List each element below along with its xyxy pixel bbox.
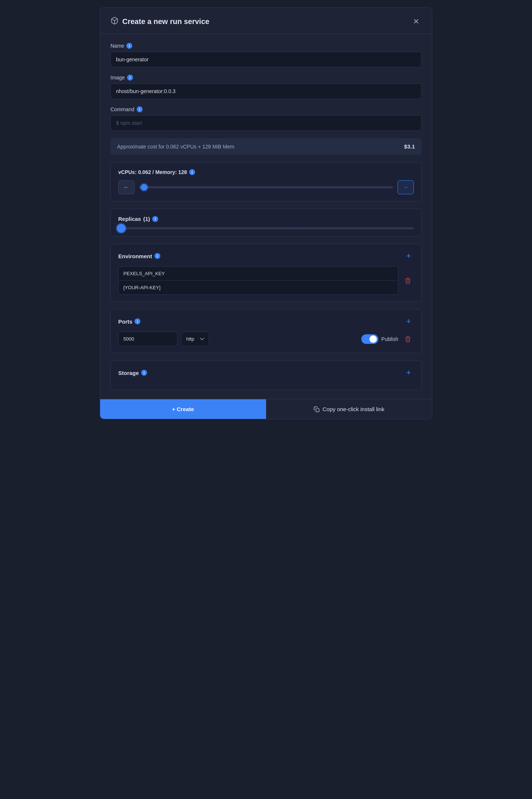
replicas-slider-row (118, 227, 414, 229)
image-field-group: Image i (110, 75, 422, 99)
image-label: Image i (110, 75, 422, 81)
storage-info-icon[interactable]: i (141, 370, 147, 376)
command-field-group: Command i (110, 106, 422, 131)
delete-environment-button[interactable] (402, 266, 414, 295)
env-value-input[interactable] (118, 280, 398, 295)
cost-bar: Approximate cost for 0.062 vCPUs + 128 M… (110, 138, 422, 155)
env-variable-row (118, 266, 414, 295)
publish-toggle-wrapper: Publish (361, 334, 398, 344)
resources-prev-button[interactable]: ← (118, 180, 134, 194)
name-field-group: Name i (110, 43, 422, 67)
copy-link-button[interactable]: Copy one-click install link (266, 399, 432, 419)
publish-label: Publish (381, 336, 398, 342)
replicas-title: Replicas (1) i (118, 216, 158, 222)
image-info-icon[interactable]: i (127, 75, 133, 81)
close-button[interactable]: ✕ (410, 16, 422, 27)
cost-description: Approximate cost for 0.062 vCPUs + 128 M… (117, 144, 234, 150)
add-storage-button[interactable]: + (403, 368, 414, 378)
create-button[interactable]: + Create (100, 399, 266, 419)
environment-info-icon[interactable]: i (154, 253, 160, 259)
environment-title: Environment i (118, 253, 160, 259)
modal-header: Create a new run service ✕ (100, 8, 432, 34)
ports-title: Ports i (118, 318, 140, 325)
name-label: Name i (110, 43, 422, 49)
env-key-input[interactable] (118, 266, 398, 280)
add-port-button[interactable]: + (403, 316, 414, 327)
protocol-select-wrapper: http https tcp udp (181, 332, 358, 346)
storage-title: Storage i (118, 370, 147, 376)
ports-header: Ports i + (118, 316, 414, 327)
resources-next-button[interactable]: → (398, 180, 414, 194)
name-input[interactable] (110, 52, 422, 67)
resources-label: vCPUs: 0.062 / Memory: 128 i (118, 169, 414, 175)
replicas-slider-track[interactable] (118, 227, 414, 229)
replicas-info-icon[interactable]: i (152, 216, 158, 222)
replicas-header: Replicas (1) i (118, 216, 414, 222)
ports-section: Ports i + http https tcp udp (110, 309, 422, 353)
command-input[interactable] (110, 115, 422, 131)
modal-footer: + Create Copy one-click install link (100, 399, 432, 419)
modal-title: Create a new run service (122, 17, 209, 26)
ports-info-icon[interactable]: i (134, 318, 140, 324)
command-label: Command i (110, 106, 422, 112)
copy-link-label: Copy one-click install link (323, 406, 385, 412)
environment-section: Environment i + (110, 244, 422, 302)
create-run-service-modal: Create a new run service ✕ Name i Image … (100, 7, 432, 419)
environment-header: Environment i + (118, 251, 414, 261)
resources-info-icon[interactable]: i (189, 169, 195, 175)
svg-rect-1 (316, 409, 319, 412)
cube-icon (110, 17, 119, 27)
publish-toggle[interactable] (361, 334, 378, 344)
port-number-input[interactable] (118, 332, 177, 346)
ports-row: http https tcp udp Publish (118, 332, 414, 346)
resources-section: vCPUs: 0.062 / Memory: 128 i ← → (110, 162, 422, 201)
add-environment-button[interactable]: + (403, 251, 414, 261)
env-inputs (118, 266, 398, 295)
create-plus-icon: + (172, 406, 175, 412)
image-input[interactable] (110, 83, 422, 99)
delete-port-button[interactable] (402, 336, 414, 342)
resources-slider-track[interactable] (139, 186, 393, 188)
protocol-select[interactable]: http https tcp udp (181, 332, 209, 346)
resources-slider-row: ← → (118, 180, 414, 194)
copy-icon (314, 406, 320, 412)
storage-section: Storage i + (110, 361, 422, 390)
cost-value: $3.1 (404, 143, 415, 150)
replicas-section: Replicas (1) i (110, 209, 422, 236)
modal-title-row: Create a new run service (110, 17, 209, 27)
modal-body: Name i Image i Command i Approximate cos… (100, 34, 432, 399)
command-info-icon[interactable]: i (137, 106, 143, 112)
storage-header: Storage i + (118, 368, 414, 378)
name-info-icon[interactable]: i (126, 43, 132, 49)
